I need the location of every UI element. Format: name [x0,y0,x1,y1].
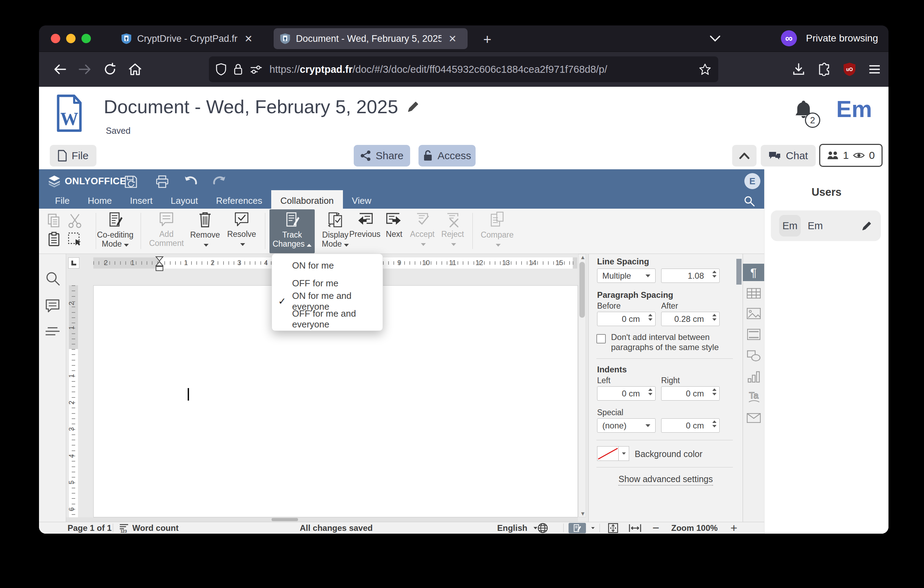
oo-tab-layout[interactable]: Layout [162,193,207,209]
menu-item-on-for-me[interactable]: ON for me [272,257,383,274]
word-count-button[interactable]: 123 Word count [119,522,178,533]
panel-scrollbar-thumb[interactable] [736,259,742,284]
minimize-window-button[interactable] [66,34,76,43]
save-icon[interactable] [122,173,139,190]
reject-change-button[interactable]: Reject [436,209,469,253]
bookmark-star-icon[interactable] [699,63,711,76]
background-color-dropdown[interactable] [619,446,629,461]
background-color-swatch[interactable] [597,446,619,461]
indent-left-input[interactable]: 0 cm [597,386,655,401]
menu-item-off-for-me-and-everyone[interactable]: OFF for me and everyone [272,310,383,328]
zoom-level[interactable]: Zoom 100% [671,522,718,533]
extensions-puzzle-icon[interactable] [813,58,836,81]
oo-tab-file[interactable]: File [46,193,79,209]
close-window-button[interactable] [51,34,60,43]
accept-change-button[interactable]: Accept [406,209,439,253]
downloads-icon[interactable] [787,58,810,81]
paragraph-settings-icon[interactable]: ¶ [743,264,764,281]
tab-stop-selector[interactable] [68,258,79,269]
chat-button[interactable]: Chat [761,145,816,167]
collapse-toolbar-button[interactable] [732,145,757,167]
edit-user-pencil-icon[interactable] [861,220,873,231]
vertical-scrollbar-thumb[interactable] [579,262,585,318]
share-button[interactable]: Share [354,145,410,167]
access-button[interactable]: Access [419,145,475,167]
remove-comment-button[interactable]: Remove [184,209,226,253]
special-indent-select[interactable]: (none) [597,418,655,433]
table-settings-icon[interactable] [743,284,764,302]
comments-panel-icon[interactable] [45,299,60,313]
permissions-icon[interactable] [250,64,262,74]
menu-hamburger-icon[interactable] [863,58,886,81]
redo-icon[interactable] [211,173,228,190]
special-indent-input[interactable]: 0 cm [661,418,719,433]
fit-width-icon[interactable] [629,522,641,533]
horizontal-scrollbar[interactable] [66,517,578,522]
line-spacing-value-input[interactable]: 1.08 [661,269,719,283]
track-changes-button[interactable]: TrackChanges [269,209,315,253]
shape-settings-icon[interactable] [743,347,764,365]
tab-document-active[interactable]: Document - Wed, February 5, 2025 ✕ [274,28,468,49]
new-tab-button[interactable]: + [483,32,491,47]
oo-tab-references[interactable]: References [207,193,271,209]
ublock-origin-icon[interactable]: uO [838,58,861,81]
oo-tab-insert[interactable]: Insert [121,193,162,209]
vertical-ruler[interactable]: 21123456 [69,285,78,517]
oo-tab-collaboration[interactable]: Collaboration [271,190,343,209]
next-change-button[interactable]: Next [378,209,410,253]
paste-icon[interactable] [46,232,62,247]
menu-item-on-for-me-and-everyone[interactable]: ✓ON for me and everyone [272,292,383,310]
url-text[interactable]: https://cryptpad.fr/doc/#/3/doc/edit/ff0… [269,64,699,75]
spacing-after-input[interactable]: 0.28 cm [661,312,719,326]
oo-tab-view[interactable]: View [343,193,381,209]
copy-icon[interactable] [46,213,62,228]
coediting-mode-button[interactable]: Co-editingMode [92,209,138,253]
tracking-protection-shield-icon[interactable] [216,63,226,76]
onlyoffice-user-avatar[interactable]: E [744,173,761,189]
page-indicator[interactable]: Page 1 of 1 [68,522,112,533]
print-icon[interactable] [154,173,171,190]
tab-cryptdrive[interactable]: CryptDrive - CryptPad.fr ✕ [115,28,279,49]
indent-right-input[interactable]: 0 cm [661,386,719,401]
image-settings-icon[interactable] [743,305,764,322]
undo-icon[interactable] [182,173,199,190]
resolve-comment-button[interactable]: Resolve [221,209,262,253]
language-selector[interactable]: English [497,522,538,533]
header-footer-settings-icon[interactable] [743,326,764,343]
indent-marker[interactable] [155,256,163,274]
no-interval-checkbox[interactable] [596,334,606,344]
menu-item-off-for-me[interactable]: OFF for me [272,274,383,292]
vertical-scrollbar[interactable]: ▲ ▼ [578,254,586,517]
horizontal-scrollbar-thumb[interactable] [272,518,298,521]
cut-icon[interactable] [67,213,82,228]
spacing-before-input[interactable]: 0 cm [597,312,655,326]
edit-title-pencil-icon[interactable] [407,100,419,113]
document-title[interactable]: Document - Wed, February 5, 2025 [104,96,398,117]
file-menu-button[interactable]: File [50,145,96,167]
zoom-in-button[interactable]: + [731,522,738,533]
compare-button[interactable]: Compare [478,209,516,253]
maximize-window-button[interactable] [81,34,91,43]
find-search-icon[interactable] [45,271,60,286]
account-avatar[interactable]: Em [836,96,872,122]
tab-close-icon[interactable]: ✕ [449,33,456,45]
reload-button[interactable] [99,58,121,81]
back-button[interactable] [49,58,71,81]
zoom-out-button[interactable]: − [652,522,659,533]
navigation-panel-icon[interactable] [45,326,60,338]
url-bar[interactable]: https://cryptpad.fr/doc/#/3/doc/edit/ff0… [209,56,718,82]
list-tabs-chevron-icon[interactable] [709,35,721,42]
track-toggle-chevron-icon[interactable] [588,522,595,533]
chart-settings-icon[interactable] [743,368,764,386]
track-changes-toggle[interactable] [569,523,586,533]
forward-button[interactable] [74,58,96,81]
line-spacing-select[interactable]: Multiple [597,269,655,283]
user-list-item[interactable]: Em Em [771,210,881,241]
fit-page-icon[interactable] [608,522,618,533]
oo-tab-home[interactable]: Home [79,193,121,209]
add-comment-button[interactable]: AddComment [144,209,190,253]
home-button[interactable] [124,58,146,81]
lock-icon[interactable] [233,63,243,76]
select-all-icon[interactable] [67,232,82,247]
search-icon[interactable] [743,195,755,207]
